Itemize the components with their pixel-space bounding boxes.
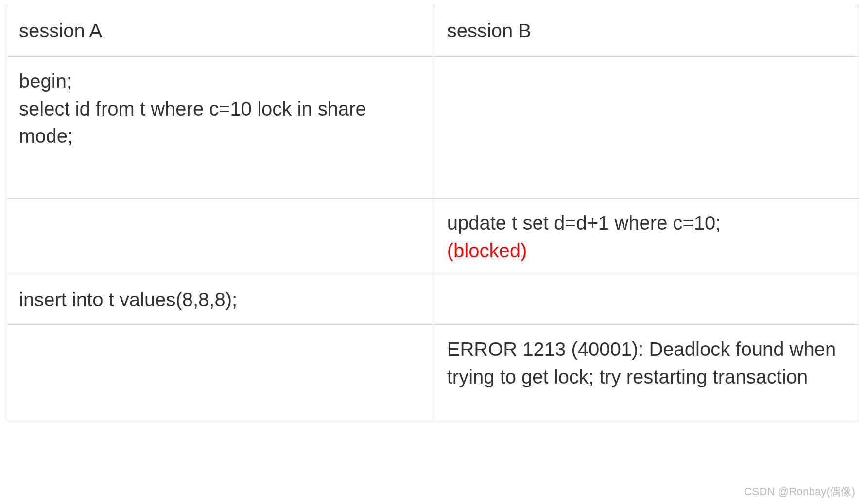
cell-session-b-1 <box>435 56 859 198</box>
table-row: begin; select id from t where c=10 lock … <box>7 56 859 198</box>
cell-session-b-4: ERROR 1213 (40001): Deadlock found when … <box>435 325 859 420</box>
cell-session-a-4 <box>7 325 435 420</box>
cell-session-a-1: begin; select id from t where c=10 lock … <box>7 56 435 198</box>
table-row: ERROR 1213 (40001): Deadlock found when … <box>7 325 859 420</box>
table-row: insert into t values(8,8,8); <box>7 275 859 325</box>
table-header-row: session A session B <box>7 5 859 57</box>
cell-session-a-2 <box>7 198 435 275</box>
cell-text: update t set d=d+1 where c=10; <box>447 212 721 234</box>
header-session-b: session B <box>435 5 859 57</box>
table-row: update t set d=d+1 where c=10; (blocked) <box>7 198 859 275</box>
session-table: session A session B begin; select id fro… <box>7 5 859 420</box>
cell-session-b-3 <box>435 275 859 325</box>
blocked-status: (blocked) <box>447 240 527 261</box>
cell-session-b-2: update t set d=d+1 where c=10; (blocked) <box>435 198 859 275</box>
cell-session-a-3: insert into t values(8,8,8); <box>7 275 435 325</box>
header-session-a: session A <box>7 5 435 57</box>
cell-text: begin; select id from t where c=10 lock … <box>19 70 366 147</box>
